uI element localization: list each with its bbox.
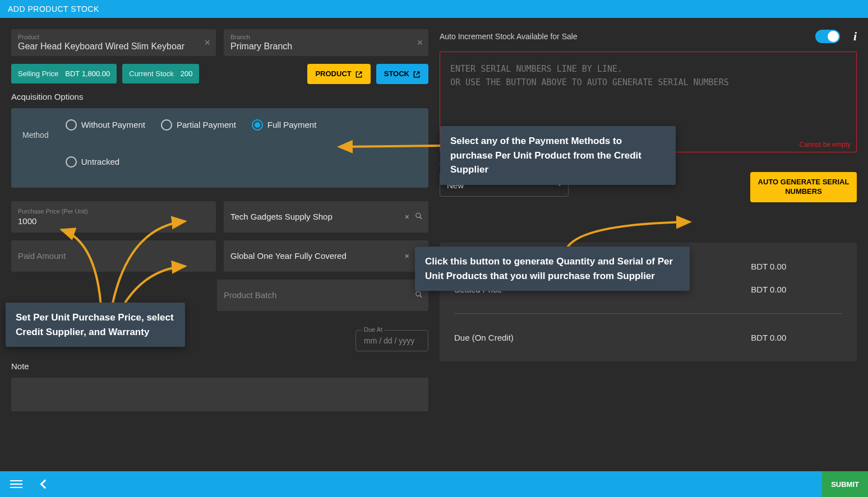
search-icon[interactable] [415,212,423,221]
product-value: Gear Head Keyboard Wired Slim Keyboar [18,41,184,51]
product-field[interactable]: Product Gear Head Keyboard Wired Slim Ke… [11,29,216,56]
auto-generate-button[interactable]: AUTO GENERATE SERIAL NUMBERS [750,172,857,202]
annotation-callout: Click this button to generate Quantity a… [415,247,690,291]
branch-label: Branch [230,34,422,40]
radio-icon [66,119,77,131]
product-batch-field[interactable]: Product Batch [217,280,428,311]
branch-value: Primary Branch [230,41,292,51]
svg-point-2 [416,291,421,296]
due-at-field[interactable]: Due At mm / dd / yyyy [355,330,428,351]
serial-error-text: Cannot be empty [800,141,851,148]
radio-full-payment[interactable]: Full Payment [252,119,317,131]
radio-icon [252,119,263,131]
radio-icon [66,156,77,168]
stock-button[interactable]: STOCK [376,64,428,84]
auto-increment-toggle[interactable] [815,30,840,43]
radio-without-payment[interactable]: Without Payment [66,119,145,131]
info-icon[interactable]: i [853,29,857,44]
product-button[interactable]: PRODUCT [307,64,370,84]
note-input[interactable] [11,378,428,411]
svg-point-0 [416,213,421,217]
warranty-field[interactable]: Global One Year Fully Covered × [224,240,428,272]
clear-icon[interactable]: × [405,212,409,221]
auto-increment-label: Auto Increment Stock Available for Sale [440,32,578,41]
radio-untracked[interactable]: Untracked [66,156,417,168]
note-label: Note [11,361,428,371]
clear-branch-icon[interactable]: × [417,37,423,49]
product-label: Product [18,34,209,40]
paid-amount-field[interactable]: Paid Amount [11,240,216,272]
radio-icon [161,119,172,131]
purchase-price-field[interactable]: Purchase Price (Per Unit) 1000 [11,201,216,233]
back-icon[interactable] [40,480,50,489]
footer-bar [0,471,868,497]
method-panel: Method Without Payment Partial Payment F… [11,108,428,188]
acquisition-section-title: Acquisition Options [11,92,428,101]
page-header: ADD PRODUCT STOCK [0,0,868,18]
annotation-callout: Set Per Unit Purchase Price, select Cred… [6,303,185,347]
menu-icon[interactable] [7,477,26,491]
supplier-field[interactable]: Tech Gadgets Supply Shop × [224,201,428,233]
current-stock-badge: Current Stock 200 [122,64,199,83]
search-icon[interactable] [415,290,423,300]
method-label: Method [22,131,49,178]
open-external-icon [413,69,421,78]
annotation-callout: Select any of the Payment Methods to pur… [440,126,676,185]
page-title: ADD PRODUCT STOCK [8,4,99,13]
branch-field[interactable]: Branch Primary Branch × [224,29,428,56]
selling-price-badge: Selling Price BDT 1,800.00 [11,64,117,83]
radio-partial-payment[interactable]: Partial Payment [161,119,236,131]
submit-button[interactable]: SUBMIT [822,471,868,497]
open-external-icon [355,69,363,78]
clear-icon[interactable]: × [405,251,409,261]
clear-product-icon[interactable]: × [204,37,210,49]
